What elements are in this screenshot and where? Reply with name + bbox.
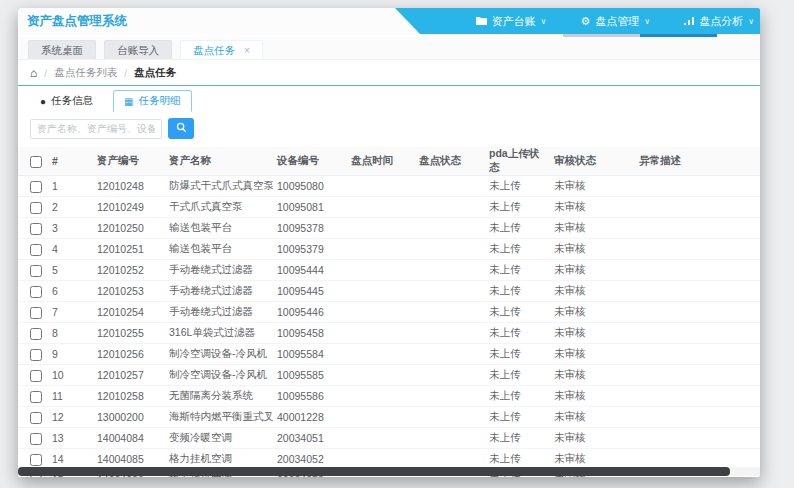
cell-asset-name: 制冷空调设备-冷风机 bbox=[165, 365, 273, 386]
cell-seq: 6 bbox=[48, 281, 93, 302]
cell-audit-status: 未审核 bbox=[550, 302, 635, 323]
table-row: 2 12010249 干式爪式真空泵 10095081 未上传 未审核 bbox=[18, 197, 760, 218]
cell-seq: 10 bbox=[48, 365, 93, 386]
cell-pda-status: 未上传 bbox=[485, 176, 550, 197]
horizontal-scrollbar[interactable] bbox=[18, 467, 730, 476]
cell-device-no: 10095586 bbox=[273, 386, 347, 407]
tab-system-desktop[interactable]: 系统桌面 bbox=[28, 40, 96, 59]
cell-asset-no: 12010249 bbox=[93, 197, 165, 218]
cell-asset-name: 手动卷绕式过滤器 bbox=[165, 302, 273, 323]
cell-asset-name: 手动卷绕式过滤器 bbox=[165, 260, 273, 281]
cell-exception bbox=[635, 260, 760, 281]
cell-asset-name: 海斯特内燃平衡重式叉车 bbox=[165, 407, 273, 428]
cell-pda-status: 未上传 bbox=[485, 260, 550, 281]
cell-device-no: 10095585 bbox=[273, 365, 347, 386]
col-asset-no: 资产编号 bbox=[93, 147, 165, 176]
row-checkbox[interactable] bbox=[30, 391, 42, 403]
gear-icon: ⚙ bbox=[580, 16, 590, 27]
cell-seq: 1 bbox=[48, 176, 93, 197]
row-checkbox[interactable] bbox=[30, 286, 42, 298]
tab-ledger-import[interactable]: 台账导入 bbox=[104, 40, 172, 59]
cell-check-status bbox=[415, 197, 485, 218]
cell-check-status bbox=[415, 302, 485, 323]
cell-seq: 7 bbox=[48, 302, 93, 323]
cell-device-no: 10095444 bbox=[273, 260, 347, 281]
row-checkbox[interactable] bbox=[30, 307, 42, 319]
cell-asset-name: 316L单袋式过滤器 bbox=[165, 323, 273, 344]
search-button[interactable] bbox=[168, 118, 194, 139]
cell-pda-status: 未上传 bbox=[485, 407, 550, 428]
search-icon bbox=[176, 121, 187, 136]
row-checkbox[interactable] bbox=[30, 223, 42, 235]
row-checkbox[interactable] bbox=[30, 181, 42, 193]
cell-check-status bbox=[415, 323, 485, 344]
cell-exception bbox=[635, 239, 760, 260]
cell-asset-no: 14004084 bbox=[93, 428, 165, 449]
cell-asset-no: 12010254 bbox=[93, 302, 165, 323]
cell-device-no: 10095445 bbox=[273, 281, 347, 302]
breadcrumb-separator: / bbox=[44, 67, 47, 79]
row-checkbox[interactable] bbox=[30, 370, 42, 382]
table-row: 3 12010250 输送包装平台 10095378 未上传 未审核 bbox=[18, 218, 760, 239]
table-row: 1 12010248 防爆式干式爪式真空泵 10095080 未上传 未审核 bbox=[18, 176, 760, 197]
subtab-task-info[interactable]: ● 任务信息 bbox=[30, 91, 103, 111]
cell-check-status bbox=[415, 428, 485, 449]
row-checkbox[interactable] bbox=[30, 244, 42, 256]
cell-exception bbox=[635, 281, 760, 302]
row-checkbox[interactable] bbox=[30, 265, 42, 277]
cell-asset-no: 12010255 bbox=[93, 323, 165, 344]
cell-asset-no: 12010253 bbox=[93, 281, 165, 302]
cell-seq: 8 bbox=[48, 323, 93, 344]
cell-exception bbox=[635, 428, 760, 449]
cell-exception bbox=[635, 344, 760, 365]
close-icon[interactable]: × bbox=[244, 45, 250, 56]
menu-label: 盘点管理 bbox=[595, 14, 639, 29]
menu-inventory-analysis[interactable]: 盘点分析 ∨ bbox=[684, 14, 754, 29]
cell-asset-name: 防爆式干式爪式真空泵 bbox=[165, 176, 273, 197]
page-tabbar: 系统桌面 台账导入 盘点任务 × bbox=[18, 37, 760, 60]
row-checkbox[interactable] bbox=[30, 328, 42, 340]
cell-check-time bbox=[347, 260, 415, 281]
cell-check-time bbox=[347, 344, 415, 365]
breadcrumb-task-list[interactable]: 盘点任务列表 bbox=[54, 66, 117, 80]
cell-device-no: 10095446 bbox=[273, 302, 347, 323]
row-checkbox[interactable] bbox=[30, 454, 42, 466]
select-all-checkbox[interactable] bbox=[30, 156, 42, 168]
cell-exception bbox=[635, 323, 760, 344]
cell-device-no: 10095080 bbox=[273, 176, 347, 197]
menu-label: 资产台账 bbox=[492, 14, 536, 29]
cell-seq: 9 bbox=[48, 344, 93, 365]
subtabs: ● 任务信息 ▦ 任务明细 bbox=[18, 86, 760, 112]
cell-check-time bbox=[347, 281, 415, 302]
cell-asset-no: 12010257 bbox=[93, 365, 165, 386]
cell-check-time bbox=[347, 197, 415, 218]
menu-label: 盘点分析 bbox=[699, 14, 743, 29]
table-row: 6 12010253 手动卷绕式过滤器 10095445 未上传 未审核 bbox=[18, 281, 760, 302]
search-input[interactable] bbox=[30, 119, 162, 139]
cell-seq: 2 bbox=[48, 197, 93, 218]
cell-pda-status: 未上传 bbox=[485, 428, 550, 449]
menu-underline-inactive bbox=[563, 34, 640, 37]
cell-pda-status: 未上传 bbox=[485, 281, 550, 302]
menu-asset-ledger[interactable]: 资产台账 ∨ bbox=[476, 14, 547, 29]
menu-inventory-management[interactable]: ⚙ 盘点管理 ∨ bbox=[580, 14, 650, 29]
tab-inventory-task[interactable]: 盘点任务 × bbox=[180, 40, 263, 59]
app-window: 资产盘点管理系统 资产台账 ∨ ⚙ 盘点管理 ∨ 盘点分析 ∨ bbox=[18, 8, 760, 477]
cell-device-no: 20034051 bbox=[273, 428, 347, 449]
cell-audit-status: 未审核 bbox=[550, 281, 635, 302]
row-checkbox[interactable] bbox=[30, 412, 42, 424]
app-title: 资产盘点管理系统 bbox=[18, 8, 420, 34]
cell-pda-status: 未上传 bbox=[485, 365, 550, 386]
table-body: 1 12010248 防爆式干式爪式真空泵 10095080 未上传 未审核 2… bbox=[18, 176, 760, 478]
cell-check-status bbox=[415, 386, 485, 407]
cell-check-time bbox=[347, 323, 415, 344]
cell-device-no: 40001228 bbox=[273, 407, 347, 428]
cell-device-no: 10095378 bbox=[273, 218, 347, 239]
row-checkbox[interactable] bbox=[30, 433, 42, 445]
home-icon[interactable]: ⌂ bbox=[30, 66, 37, 80]
row-checkbox[interactable] bbox=[30, 349, 42, 361]
cell-pda-status: 未上传 bbox=[485, 386, 550, 407]
subtab-task-detail[interactable]: ▦ 任务明细 bbox=[113, 90, 191, 112]
cell-device-no: 10095458 bbox=[273, 323, 347, 344]
row-checkbox[interactable] bbox=[30, 202, 42, 214]
